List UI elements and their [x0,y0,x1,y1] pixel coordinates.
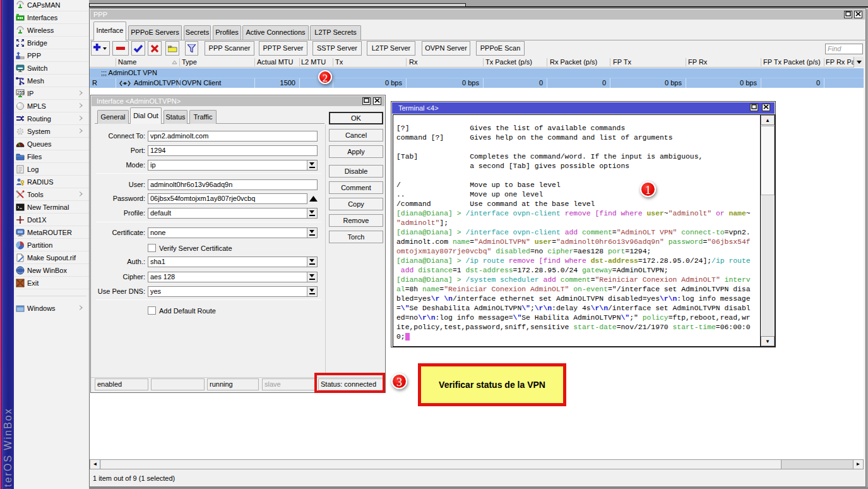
svg-text:255: 255 [17,90,25,95]
